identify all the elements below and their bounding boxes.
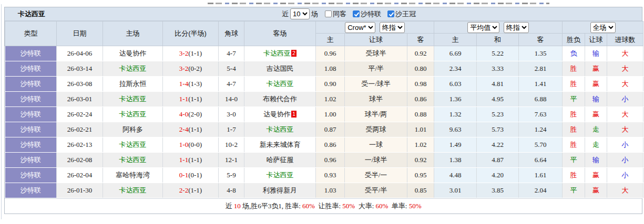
- home-team-name: 卡达西亚: [119, 110, 147, 118]
- date-cell: 26-02-08: [57, 153, 103, 168]
- result-wdl-cell: 胜: [563, 77, 585, 92]
- avg-home-odds-cell: 2.34: [434, 61, 477, 77]
- date-cell: 26-02-21: [57, 122, 103, 137]
- away-team-cell: 卡达西亚: [244, 77, 316, 92]
- league-cell: 沙特联: [5, 122, 57, 137]
- league-cell: 沙特联: [5, 77, 57, 92]
- result-wdl-cell: 负: [563, 46, 585, 61]
- result-wdl-cell: 胜: [563, 61, 585, 77]
- fulltime-score: 1-1: [179, 156, 188, 164]
- avg-home-odds-cell: 6.03: [434, 77, 477, 92]
- checkbox-icon[interactable]: [325, 10, 332, 17]
- match-history-table: 类型 日期 主场 比分(半场) 角球 客场 Crow* 终指 平均值 终指 全场: [5, 21, 643, 198]
- halftime-score: (1-1): [188, 95, 202, 103]
- away-team-name: 达曼协作: [263, 110, 291, 118]
- score-cell: 2-2(1-1): [163, 183, 219, 198]
- crow-home-odds-cell: 0.90: [316, 77, 345, 92]
- crow-home-odds-cell: 0.86: [316, 137, 345, 153]
- filter-controls: 近 10 场 同客 沙特联 沙王冠: [282, 7, 416, 20]
- summary-segment: 场,胜6平3负1, 胜率:: [242, 202, 301, 210]
- result-goals-cell: 大: [607, 107, 643, 122]
- home-team-cell: 卡达西亚: [103, 137, 163, 153]
- crow-home-odds-cell: 1.08: [316, 61, 345, 77]
- summary-segment: 单率:: [390, 202, 407, 210]
- halftime-score: (1-1): [188, 125, 202, 133]
- result-handicap-cell: 走: [585, 122, 607, 137]
- match-count-select[interactable]: 10: [290, 8, 310, 19]
- crow-away-odds-cell: 0.92: [407, 153, 434, 168]
- away-team-cell: 利雅得新月: [244, 183, 316, 198]
- avg-draw-odds-cell: 4.81: [477, 77, 519, 92]
- avg-home-odds-cell: 9.63: [434, 122, 477, 137]
- odds-company-select[interactable]: Crow*: [345, 22, 375, 33]
- filter-checkbox[interactable]: 同客: [325, 9, 346, 19]
- fulltime-score: 4-0: [179, 110, 188, 118]
- filter-checkbox[interactable]: 沙特联: [353, 9, 381, 19]
- crow-final-odds-select[interactable]: 终指: [380, 22, 405, 33]
- date-cell: 26-04-06: [57, 46, 103, 61]
- handicap-cell: 球半/两: [345, 107, 407, 122]
- avg-draw-odds-cell: 3.33: [477, 61, 519, 77]
- halftime-score: (1-1): [188, 49, 202, 57]
- avg-away-odds-cell: 1.24: [519, 122, 563, 137]
- handicap-cell: 一/球半: [345, 153, 407, 168]
- match-scope-select[interactable]: 全场: [590, 22, 616, 33]
- title-bar: 卡达西亚 近 10 场 同客 沙特联 沙王冠: [5, 7, 642, 21]
- away-team-name: 利雅得新月: [263, 186, 297, 194]
- avg-away-odds-cell: 7.63: [519, 107, 563, 122]
- checkbox-icon[interactable]: [387, 10, 394, 17]
- column-header-avg-home: 主: [434, 34, 477, 46]
- avg-odds-select[interactable]: 平均值: [467, 22, 499, 33]
- match-row: 沙特联 26-04-06 达曼协作 3-2(1-1) 4-7 卡达西亚2 0.9…: [5, 46, 643, 61]
- date-cell: 26-02-04: [57, 168, 103, 183]
- fulltime-score: 3-2: [179, 65, 188, 72]
- fulltime-score: 1-4: [179, 80, 188, 88]
- avg-home-odds-cell: 4.48: [434, 168, 477, 183]
- crow-away-odds-cell: 0.85: [407, 183, 434, 198]
- date-cell: 26-03-01: [57, 92, 103, 107]
- corner-cell: 5-9: [219, 168, 244, 183]
- corner-cell: 5-4: [219, 61, 244, 77]
- avg-home-odds-cell: 1.36: [434, 92, 477, 107]
- corner-cell: 10-2: [219, 137, 244, 153]
- checkbox-icon[interactable]: [353, 10, 360, 17]
- score-cell: 4-0(2-0): [163, 107, 219, 122]
- summary-segment: 大率:: [356, 202, 374, 210]
- avg-away-odds-cell: 1.35: [519, 46, 563, 61]
- result-wdl-cell: 平: [563, 183, 585, 198]
- match-row: 沙特联 26-03-01 卡达西亚 1-1(1-1) 14-0 布赖代合作 1.…: [5, 92, 643, 107]
- fulltime-score: 2-4: [179, 125, 188, 133]
- crow-home-odds-cell: 0.93: [316, 168, 345, 183]
- result-wdl-cell: 平: [563, 92, 585, 107]
- score-cell: 3-2(0-2): [163, 61, 219, 77]
- crow-home-odds-cell: 0.87: [316, 122, 345, 137]
- column-header-wdl: 胜负: [563, 34, 585, 46]
- avg-final-odds-select[interactable]: 终指: [504, 22, 529, 33]
- league-cell: 沙特联: [5, 153, 57, 168]
- summary-segment: 60%: [302, 202, 315, 210]
- handicap-cell: 受两球: [345, 122, 407, 137]
- home-team-name: 卡达西亚: [119, 186, 147, 194]
- corner-cell: 1-7: [219, 122, 244, 137]
- checkbox-label: 沙特联: [361, 9, 381, 19]
- match-row: 沙特联 26-01-30 卡达西亚 2-2(1-1) 4-8 利雅得新月 1.0…: [5, 183, 643, 198]
- crow-home-odds-cell: 0.96: [316, 46, 345, 61]
- column-header-date: 日期: [57, 22, 103, 46]
- home-team-cell: 卡达西亚: [103, 61, 163, 77]
- result-group-header: 全场: [563, 22, 643, 34]
- summary-stats: 近 10 场,胜6平3负1, 胜率: 60% 让胜率: 50% 大率: 60% …: [5, 198, 642, 214]
- avg-draw-odds-cell: 4.87: [477, 153, 519, 168]
- crow-odds-group-header: Crow* 终指: [316, 22, 434, 34]
- date-cell: 26-02-13: [57, 137, 103, 153]
- page-left-rule: [1, 4, 2, 219]
- avg-draw-odds-cell: 3.85: [477, 183, 519, 198]
- score-cell: 0-1(0-1): [163, 168, 219, 183]
- match-row: 沙特联 26-03-08 拉斯永恒 1-4(1-3) 4-7 卡达西亚 0.90…: [5, 77, 643, 92]
- fulltime-score: 1-1: [179, 95, 188, 103]
- filter-checkbox[interactable]: 沙王冠: [387, 9, 416, 19]
- handicap-cell: 受球半: [345, 46, 407, 61]
- avg-home-odds-cell: 6.69: [434, 46, 477, 61]
- avg-draw-odds-cell: 5.23: [477, 107, 519, 122]
- home-team-name: 拉斯永恒: [119, 80, 147, 88]
- result-goals-cell: 大: [607, 122, 643, 137]
